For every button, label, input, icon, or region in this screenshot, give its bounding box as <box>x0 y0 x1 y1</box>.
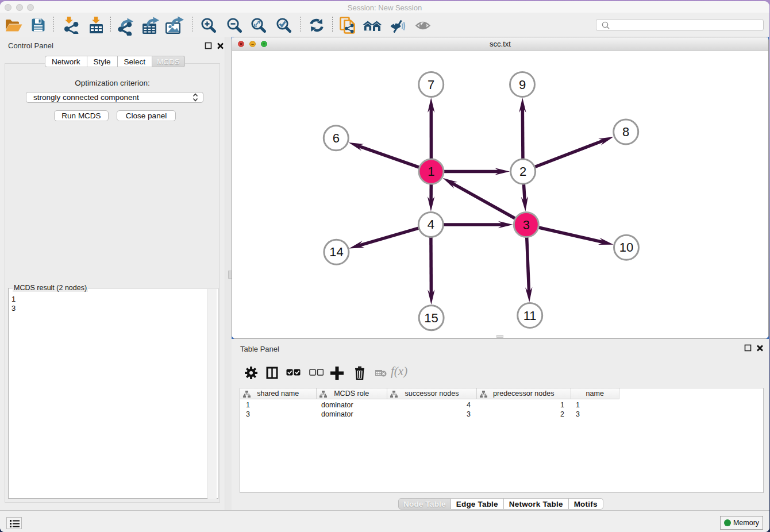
svg-text:14: 14 <box>329 245 343 259</box>
svg-text:2: 2 <box>519 164 526 179</box>
svg-text:15: 15 <box>424 311 438 325</box>
svg-text:9: 9 <box>519 78 526 92</box>
svg-text:3: 3 <box>523 218 530 232</box>
svg-text:11: 11 <box>523 309 537 323</box>
svg-text:6: 6 <box>333 131 340 145</box>
svg-text:7: 7 <box>428 78 434 92</box>
svg-text:1: 1 <box>428 164 434 179</box>
svg-text:8: 8 <box>622 125 629 139</box>
svg-text:10: 10 <box>619 240 633 255</box>
svg-text:4: 4 <box>428 217 434 232</box>
